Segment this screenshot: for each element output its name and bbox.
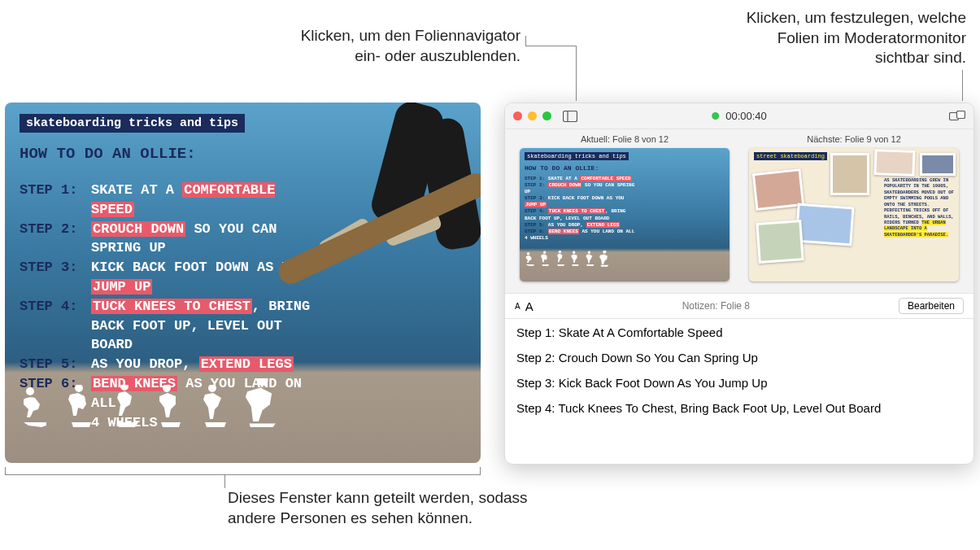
font-increase-button[interactable]: A (525, 299, 534, 313)
next-slide-label: Nächste: Folie 9 von 12 (749, 134, 959, 144)
callout-line (962, 70, 963, 101)
bracket-decoration (224, 475, 225, 488)
collage-photo (752, 168, 804, 211)
mini-silhouettes (525, 251, 609, 267)
callout-monitor: Klicken, um festzulegen, welche Folien i… (625, 8, 966, 68)
slide-badge: skateboarding tricks and tips (20, 114, 245, 133)
skater-silhouettes (20, 378, 278, 427)
edit-button[interactable]: Bearbeiten (899, 298, 964, 314)
presenter-window: 00:00:40 Aktuell: Folie 8 von 12 skatebo… (504, 103, 974, 465)
note-line: Step 3: Kick Back Foot Down As You Jump … (516, 376, 962, 390)
callout-share: Dieses Fenster kann geteilt werden, soda… (228, 488, 634, 528)
svg-rect-0 (564, 111, 577, 121)
notes-bar: A A Notizen: Folie 8 Bearbeiten (505, 293, 973, 319)
svg-rect-3 (957, 111, 965, 118)
navigator-toggle-icon[interactable] (563, 111, 577, 122)
note-line: Step 2: Crouch Down So You Can Spring Up (516, 351, 962, 364)
notes-title: Notizen: Folie 8 (534, 300, 899, 312)
next-slide-thumb[interactable]: street skateboarding AS SKATEBOARDING GR… (749, 148, 959, 282)
timer-text: 00:00:40 (725, 110, 767, 122)
callout-line (525, 46, 576, 46)
preview-area: Aktuell: Folie 8 von 12 skateboarding tr… (505, 129, 973, 293)
collage-photo (830, 153, 869, 195)
minimize-button[interactable] (528, 111, 537, 120)
callout-line (525, 36, 526, 46)
timer: 00:00:40 (712, 110, 767, 122)
slide-title: HOW TO DO AN OLLIE: (20, 145, 196, 163)
collage-photo (795, 203, 854, 247)
main-slide-preview: skateboarding tricks and tips HOW TO DO … (5, 103, 481, 463)
note-line: Step 1: Skate At A Comfortable Speed (516, 325, 962, 339)
collage-photo (920, 153, 956, 176)
callout-line (576, 46, 577, 101)
skateboarder-image (253, 103, 481, 395)
titlebar: 00:00:40 (505, 103, 973, 129)
bracket-decoration (5, 467, 481, 475)
notes-list: Step 1: Skate At A Comfortable SpeedStep… (505, 319, 973, 433)
close-button[interactable] (513, 111, 522, 120)
fullscreen-button[interactable] (542, 111, 551, 120)
collage-photo (873, 149, 915, 177)
mini-badge: skateboarding tricks and tips (525, 152, 629, 160)
next-slide-badge: street skateboarding (754, 152, 827, 160)
current-slide-thumb[interactable]: skateboarding tricks and tips HOW TO DO … (520, 148, 730, 282)
next-slide-text: AS SKATEBOARDING GREW IN POPULARITY IN T… (884, 177, 954, 238)
record-indicator-icon (712, 112, 719, 120)
traffic-lights[interactable] (513, 111, 551, 120)
monitor-layout-icon[interactable] (949, 111, 965, 122)
callout-navigator: Klicken, um den Foliennavigator ein- ode… (220, 26, 520, 66)
collage-photo (756, 220, 804, 264)
mini-steps: STEP 1: SKATE AT A COMFORTABLE SPEEDSTEP… (525, 176, 638, 242)
mini-title: HOW TO DO AN OLLIE: (525, 164, 599, 172)
font-decrease-button[interactable]: A (515, 302, 520, 311)
current-slide-label: Aktuell: Folie 8 von 12 (520, 134, 730, 144)
note-line: Step 4: Tuck Knees To Chest, Bring Back … (516, 401, 962, 415)
